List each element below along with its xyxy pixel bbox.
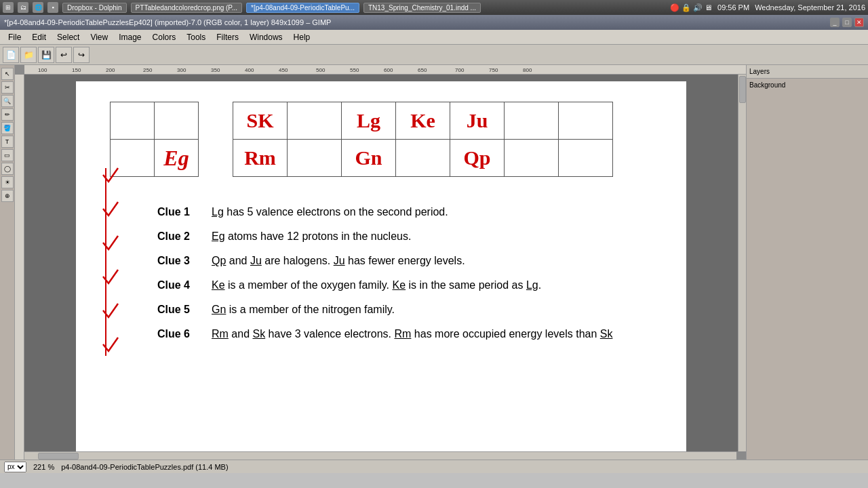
close-button[interactable]: ✕: [854, 18, 864, 27]
select-rect-tool[interactable]: ▭: [1, 149, 14, 161]
clue-6-element-sk-2: Sk: [600, 328, 613, 340]
clue-4-text: Ke is a member of the oxygen family. Ke …: [212, 277, 659, 293]
document-content: Eg SK Lg Ke Ju: [76, 81, 686, 451]
gimp-window-controls: _ □ ✕: [830, 18, 864, 27]
ruler-horizontal: 100 150 200 250 300 350 400 450 500 550 …: [24, 65, 746, 75]
save-button[interactable]: 💾: [38, 47, 54, 63]
menu-image[interactable]: Image: [113, 31, 146, 43]
cell-empty-2: [155, 102, 199, 140]
file-manager-icon[interactable]: 🗂: [18, 2, 28, 13]
zoom-tool[interactable]: 🔍: [1, 95, 14, 107]
taskbar-right: 🔴 🔒 🔊 🖥 09:56 PM Wednesday, September 21…: [670, 3, 865, 12]
undo-button[interactable]: ↩: [56, 47, 72, 63]
horizontal-scrollbar[interactable]: [24, 451, 736, 460]
gimp-status-bar: px 221 % p4-08and4-09-PeriodicTablePuzzl…: [0, 460, 868, 473]
cell-empty-r1c7: [559, 102, 613, 140]
clue-5-label: Clue 5: [157, 302, 212, 318]
ruler-mark-600: 600: [384, 67, 393, 73]
crop-tool[interactable]: ✂: [1, 81, 14, 94]
ruler-mark-350: 350: [211, 67, 220, 73]
ruler-vertical: [15, 75, 24, 460]
select-ellipse-tool[interactable]: ◯: [1, 163, 14, 175]
clue-6-element-sk: Sk: [252, 328, 265, 340]
open-button[interactable]: 📁: [20, 47, 37, 63]
menu-edit[interactable]: Edit: [26, 31, 52, 43]
clue-3-element-ju-2: Ju: [334, 255, 345, 266]
cell-empty-r2c2: [288, 140, 342, 177]
menu-tools[interactable]: Tools: [181, 31, 211, 43]
menu-file[interactable]: File: [3, 31, 26, 43]
redo-button[interactable]: ↪: [73, 47, 90, 63]
clue-2-label: Clue 2: [157, 228, 212, 245]
menu-select[interactable]: Select: [52, 31, 85, 43]
tab-png[interactable]: PTTabledandcoloredcrop.png (P...: [131, 3, 242, 13]
menu-filters[interactable]: Filters: [211, 31, 244, 43]
ruler-mark-650: 650: [418, 67, 427, 73]
text-tool[interactable]: T: [1, 136, 14, 148]
ruler-mark-550: 550: [350, 67, 359, 73]
tab-gimp[interactable]: *[p4-08and4-09-PeriodicTablePu...: [246, 3, 359, 13]
cell-empty-r2c4: [396, 140, 450, 177]
menu-view[interactable]: View: [85, 31, 113, 43]
clue-2-row: Clue 2 Eg atoms have 12 protons in the n…: [123, 228, 659, 245]
paint-tool[interactable]: ✏: [1, 108, 14, 121]
layer-item[interactable]: Background: [747, 79, 868, 92]
ruler-mark-500: 500: [316, 67, 325, 73]
clue-4-element-lg: Lg: [526, 279, 538, 291]
dodge-burn-tool[interactable]: ☀: [1, 176, 14, 188]
tab-indd[interactable]: TN13_Spring_Chemistry_01.indd ...: [363, 3, 481, 13]
clue-3-text: Qp and Ju are halogens. Ju has fewer ene…: [212, 253, 659, 269]
ruler-mark-700: 700: [455, 67, 464, 73]
ruler-mark-750: 750: [489, 67, 498, 73]
clue-3-row: Clue 3 Qp and Ju are halogens. Ju has fe…: [123, 253, 659, 269]
vertical-scrollbar[interactable]: [738, 75, 746, 451]
cell-empty-r1c6: [505, 102, 559, 140]
menu-windows[interactable]: Windows: [244, 31, 288, 43]
sys-tray-icons: 🔴 🔒 🔊 🖥: [670, 3, 712, 12]
clue-4-label: Clue 4: [157, 277, 212, 293]
unit-selector[interactable]: px: [4, 462, 26, 472]
cell-qp: Qp: [450, 140, 505, 177]
clue-4-element-ke-1: Ke: [212, 279, 225, 291]
gimp-menubar: File Edit Select View Image Colors Tools…: [0, 30, 868, 45]
gimp-titlebar: *[p4-08and4-09-PeriodicTablePuzzlesEp402…: [0, 15, 868, 30]
cell-empty-r2c6: [505, 140, 559, 177]
maximize-button[interactable]: □: [842, 18, 852, 27]
layers-header: Layers: [747, 65, 868, 79]
clue-2-element-eg: Eg: [212, 230, 225, 242]
clue-5-element-gn: Gn: [212, 304, 226, 315]
cell-empty-r1c2: [288, 102, 342, 140]
clue-3-element-qp: Qp: [212, 255, 226, 266]
terminal-icon[interactable]: ▪: [47, 2, 58, 13]
new-button[interactable]: 📄: [3, 47, 19, 63]
gimp-toolbox: ↖ ✂ 🔍 ✏ 🪣 T ▭ ◯ ☀ ⊕: [0, 65, 15, 460]
clue-6-label: Clue 6: [157, 326, 212, 342]
zoom-level[interactable]: 221 %: [33, 463, 54, 471]
browser-icon[interactable]: 🌐: [33, 2, 43, 13]
menu-help[interactable]: Help: [288, 31, 316, 43]
menu-colors[interactable]: Colors: [147, 31, 182, 43]
clue-5-text: Gn is a member of the nitrogen family.: [212, 302, 659, 318]
pointer-tool[interactable]: ↖: [1, 68, 14, 80]
cell-gn: Gn: [342, 140, 396, 177]
minimize-button[interactable]: _: [830, 18, 840, 27]
fill-tool[interactable]: 🪣: [1, 122, 14, 134]
clues-section: Clue 1 Lg has 5 valence electrons on the…: [110, 204, 673, 342]
start-button[interactable]: ⊞: [3, 2, 14, 13]
cell-sk: SK: [233, 102, 288, 140]
gimp-title-text: *[p4-08and4-09-PeriodicTablePuzzlesEp402…: [4, 18, 331, 26]
clue-4-element-ke-2: Ke: [393, 279, 406, 291]
clue-5-row: Clue 5 Gn is a member of the nitrogen fa…: [123, 302, 659, 318]
canvas-area[interactable]: 100 150 200 250 300 350 400 450 500 550 …: [15, 65, 746, 460]
tab-dolphin[interactable]: Dropbox - Dolphin: [62, 3, 127, 13]
cell-eg: Eg: [155, 140, 199, 177]
document-canvas[interactable]: Eg SK Lg Ke Ju: [24, 75, 738, 451]
gimp-main-area: ↖ ✂ 🔍 ✏ 🪣 T ▭ ◯ ☀ ⊕ 100 150 200 250 300 …: [0, 65, 868, 460]
ruler-mark-400: 400: [245, 67, 254, 73]
cell-ke: Ke: [396, 102, 450, 140]
clue-3-label: Clue 3: [157, 253, 212, 269]
clue-6-row: Clue 6 Rm and Sk have 3 valence electron…: [123, 326, 659, 342]
filename-status: p4-08and4-09-PeriodicTablePuzzles.pdf (1…: [61, 463, 228, 471]
clone-tool[interactable]: ⊕: [1, 190, 14, 202]
cell-empty-r2c7: [559, 140, 613, 177]
